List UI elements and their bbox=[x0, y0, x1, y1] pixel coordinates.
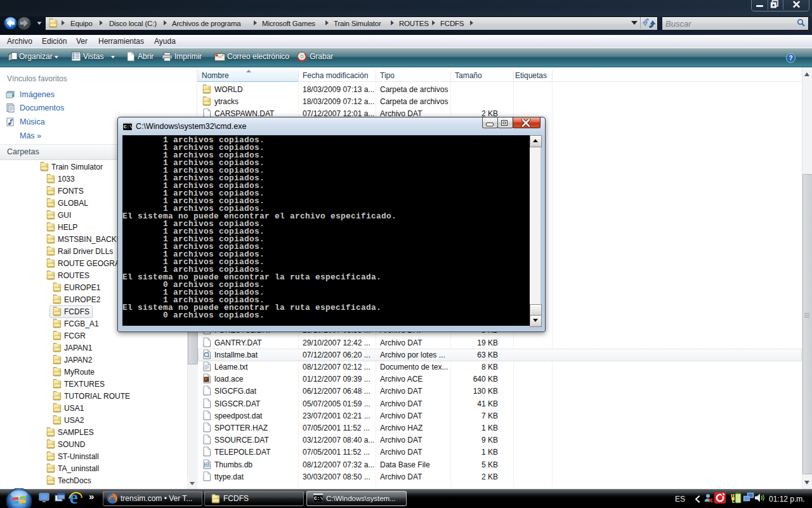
svg-text:?: ? bbox=[789, 55, 792, 62]
svg-text:C:\: C:\ bbox=[124, 124, 132, 130]
svg-text:C:\: C:\ bbox=[314, 495, 323, 501]
